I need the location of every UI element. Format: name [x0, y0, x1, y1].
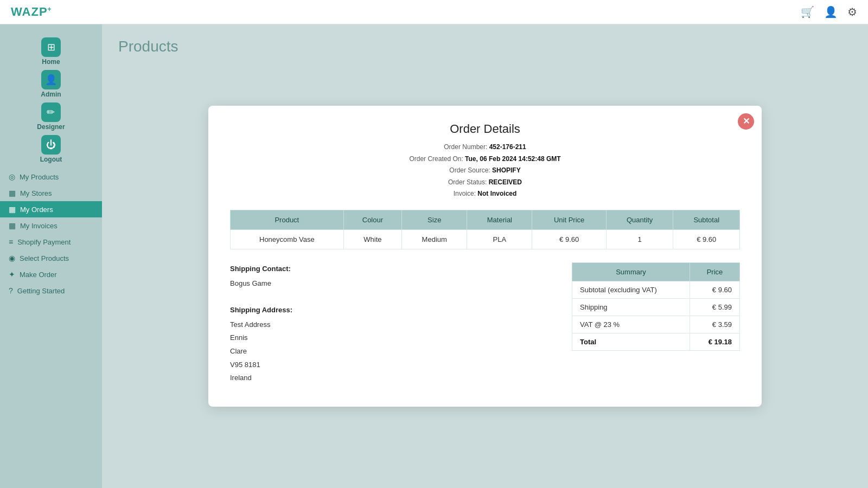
summary-label-subtotal: Subtotal (excluding VAT) — [572, 281, 690, 298]
sidebar-item-my-products[interactable]: ◎ My Products — [0, 169, 102, 185]
cart-icon[interactable]: 🛒 — [801, 5, 814, 18]
order-source-value: SHOPIFY — [492, 166, 521, 174]
home-icon: ⊞ — [41, 37, 61, 57]
order-status-value: RECEIVED — [489, 178, 522, 186]
shipping-address-line4: V95 8181 — [230, 358, 556, 372]
sidebar-item-home[interactable]: ⊞ Home — [41, 34, 61, 67]
summary-table-header: Summary Price — [572, 262, 740, 281]
sidebar-item-getting-started[interactable]: ? Getting Started — [0, 282, 102, 299]
order-invoice-row: Invoice: Not Invoiced — [230, 188, 740, 200]
sidebar-item-logout[interactable]: ⏻ Logout — [40, 132, 62, 164]
modal-close-button[interactable]: ✕ — [738, 113, 754, 130]
sidebar-menu: ◎ My Products ▦ My Stores ▦ My Orders ▦ … — [0, 166, 102, 301]
cell-colour: White — [343, 229, 401, 249]
select-products-icon: ◉ — [9, 254, 15, 262]
logout-icon: ⏻ — [41, 135, 61, 155]
order-invoice-label: Invoice: — [454, 190, 476, 197]
cell-material: PLA — [467, 229, 532, 249]
cell-product: Honeycomb Vase — [231, 229, 344, 249]
cell-unit-price: € 9.60 — [532, 229, 606, 249]
col-subtotal: Subtotal — [673, 210, 740, 229]
order-table: Product Colour Size Material Unit Price … — [230, 210, 740, 249]
summary-value-subtotal: € 9.60 — [690, 281, 740, 298]
shipping-contact-label: Shipping Contact: — [230, 262, 556, 276]
order-table-body: Honeycomb Vase White Medium PLA € 9.60 1… — [231, 229, 740, 249]
logout-label: Logout — [40, 156, 62, 163]
shopify-payment-label: Shopify Payment — [17, 238, 71, 246]
summary-row-vat: VAT @ 23 % € 3.59 — [572, 316, 740, 333]
shipping-address-line1: Test Address — [230, 318, 556, 332]
summary-value-vat: € 3.59 — [690, 316, 740, 333]
summary-value-shipping: € 5.99 — [690, 298, 740, 316]
my-invoices-icon: ▦ — [9, 221, 16, 230]
admin-label: Admin — [41, 91, 61, 98]
summary-row-total: Total € 19.18 — [572, 333, 740, 350]
summary-label-shipping: Shipping — [572, 298, 690, 316]
summary-section: Summary Price Subtotal (excluding VAT) €… — [572, 262, 740, 351]
make-order-icon: ✦ — [9, 270, 15, 279]
sidebar-item-my-orders[interactable]: ▦ My Orders — [0, 201, 102, 217]
my-stores-label: My Stores — [20, 189, 52, 197]
make-order-label: Make Order — [20, 271, 57, 279]
my-orders-icon: ▦ — [9, 205, 16, 214]
col-material: Material — [467, 210, 532, 229]
user-icon[interactable]: 👤 — [824, 5, 838, 18]
order-number-label: Order Number: — [444, 143, 487, 151]
summary-row-shipping: Shipping € 5.99 — [572, 298, 740, 316]
shopify-payment-icon: ≡ — [9, 237, 13, 246]
summary-col-price: Price — [690, 262, 740, 281]
cell-quantity: 1 — [606, 229, 673, 249]
shipping-address-label: Shipping Address: — [230, 304, 556, 317]
sidebar: ⊞ Home 👤 Admin ✏ Designer ⏻ Logout ◎ My … — [0, 24, 102, 488]
designer-icon: ✏ — [41, 102, 61, 122]
summary-col-label: Summary — [572, 262, 690, 281]
my-products-icon: ◎ — [9, 172, 15, 181]
nav-icons: 🛒 👤 ⚙ — [801, 5, 857, 18]
col-product: Product — [231, 210, 344, 229]
sidebar-item-admin[interactable]: 👤 Admin — [41, 67, 61, 99]
shipping-contact-value: Bogus Game — [230, 277, 556, 291]
app-logo: WAZP+ — [11, 5, 52, 19]
getting-started-label: Getting Started — [17, 287, 65, 295]
summary-table: Summary Price Subtotal (excluding VAT) €… — [572, 262, 740, 351]
summary-label-total: Total — [572, 333, 690, 350]
order-header: Order Details Order Number: 452-176-211 … — [230, 122, 740, 200]
shipping-address-line5: Ireland — [230, 371, 556, 385]
order-meta: Order Number: 452-176-211 Order Created … — [230, 142, 740, 200]
order-details-modal: ✕ Order Details Order Number: 452-176-21… — [208, 106, 762, 407]
cell-subtotal: € 9.60 — [673, 229, 740, 249]
sidebar-item-make-order[interactable]: ✦ Make Order — [0, 266, 102, 282]
sidebar-item-shopify-payment[interactable]: ≡ Shopify Payment — [0, 234, 102, 250]
home-label: Home — [42, 58, 60, 66]
my-stores-icon: ▦ — [9, 189, 16, 197]
summary-value-total: € 19.18 — [690, 333, 740, 350]
my-orders-label: My Orders — [20, 206, 53, 214]
sidebar-item-my-invoices[interactable]: ▦ My Invoices — [0, 217, 102, 234]
designer-label: Designer — [37, 123, 65, 131]
order-source-label: Order Source: — [449, 166, 490, 174]
bottom-section: Shipping Contact: Bogus Game Shipping Ad… — [230, 262, 740, 385]
shipping-address-line3: Clare — [230, 345, 556, 358]
order-title: Order Details — [230, 122, 740, 136]
select-products-label: Select Products — [20, 254, 69, 262]
summary-table-body: Subtotal (excluding VAT) € 9.60 Shipping… — [572, 281, 740, 350]
order-created-label: Order Created On: — [409, 155, 463, 163]
summary-row-subtotal: Subtotal (excluding VAT) € 9.60 — [572, 281, 740, 298]
col-unit-price: Unit Price — [532, 210, 606, 229]
sidebar-item-designer[interactable]: ✏ Designer — [37, 99, 65, 132]
sidebar-nav-icons: ⊞ Home 👤 Admin ✏ Designer ⏻ Logout — [0, 30, 102, 166]
sidebar-item-select-products[interactable]: ◉ Select Products — [0, 250, 102, 266]
main-content: Products ✕ Order Details Order Number: 4… — [102, 24, 868, 488]
order-invoice-value: Not Invoiced — [477, 190, 516, 197]
cell-size: Medium — [402, 229, 467, 249]
sidebar-item-my-stores[interactable]: ▦ My Stores — [0, 185, 102, 201]
shipping-address-line2: Ennis — [230, 331, 556, 345]
col-colour: Colour — [343, 210, 401, 229]
settings-icon[interactable]: ⚙ — [847, 5, 857, 18]
top-nav: WAZP+ 🛒 👤 ⚙ — [0, 0, 868, 24]
shipping-section: Shipping Contact: Bogus Game Shipping Ad… — [230, 262, 556, 385]
order-created-value: Tue, 06 Feb 2024 14:52:48 GMT — [465, 155, 561, 163]
col-size: Size — [402, 210, 467, 229]
order-source-row: Order Source: SHOPIFY — [230, 165, 740, 177]
order-status-label: Order Status: — [448, 178, 487, 186]
